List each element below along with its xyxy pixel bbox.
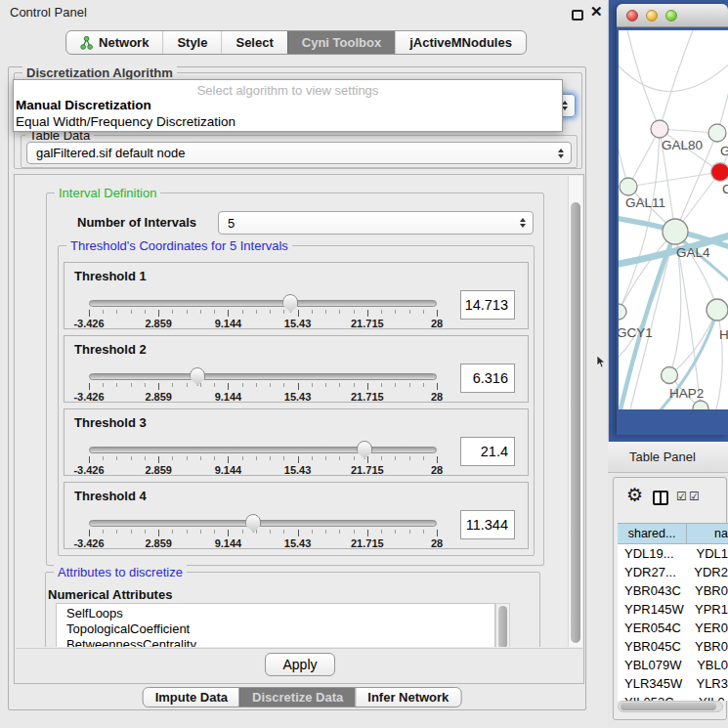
cell-name[interactable]: YBL0 (690, 658, 728, 672)
threshold-3-slider[interactable] (89, 447, 437, 453)
threshold-3-value-field[interactable] (460, 437, 515, 466)
panel-title: Control Panel (10, 5, 87, 20)
cell-name[interactable]: YLR3 (689, 676, 728, 691)
network-node-gal11[interactable] (620, 178, 637, 195)
tick-label: -3.426 (73, 464, 104, 476)
number-of-intervals-combo[interactable]: 5 (218, 211, 534, 235)
scrollbar-thumb[interactable] (571, 202, 580, 643)
cell-name[interactable]: YER0 (688, 621, 728, 635)
network-edge[interactable] (628, 129, 660, 187)
table-row[interactable]: YDL19...YDL1 (618, 544, 728, 563)
numerical-attributes-label: Numerical Attributes (48, 587, 172, 602)
popup-item-manual-discretization[interactable]: Manual Discretization (14, 97, 562, 113)
network-node-ga[interactable] (708, 124, 726, 142)
threshold-4-slider[interactable] (89, 520, 437, 527)
list-item[interactable]: SelfLoops (66, 606, 494, 621)
tab-jactivemnodules[interactable]: jActiveMNodules (395, 31, 526, 54)
network-edge[interactable] (716, 310, 722, 409)
threshold-4-value-field[interactable] (460, 510, 515, 539)
popup-item-equal-width-frequency[interactable]: Equal Width/Frequency Discretization (14, 113, 562, 130)
network-edge[interactable] (626, 30, 660, 129)
cell-shared-name[interactable]: YER054C (618, 621, 688, 635)
table-row[interactable]: YPR145WYPR1 (618, 600, 728, 619)
scrollbar-thumb[interactable] (621, 703, 716, 710)
network-node-gal4[interactable] (663, 219, 688, 244)
network-edge[interactable] (717, 69, 728, 133)
close-traffic-light-icon[interactable] (626, 10, 638, 21)
gear-icon[interactable]: ⚙ (626, 484, 643, 506)
threshold-1-value-field[interactable] (460, 290, 515, 320)
tick-label: 15.43 (284, 464, 312, 476)
network-canvas[interactable]: GAL80GACGAL11GAL4GCY1HHAP2 (619, 30, 728, 409)
tick-label: 21.715 (351, 464, 384, 476)
float-window-icon[interactable] (572, 10, 583, 21)
network-node-gcy1[interactable] (619, 304, 626, 320)
tab-discretize-data[interactable]: Discretize Data (239, 688, 355, 707)
tick-mark (228, 530, 229, 536)
scrollbar-thumb[interactable] (498, 606, 507, 647)
table-data-combo[interactable]: galFiltered.sif default node (26, 142, 572, 164)
tab-style[interactable]: Style (162, 31, 221, 54)
network-edge[interactable] (619, 232, 675, 312)
cell-shared-name[interactable]: YBL079W (618, 658, 690, 672)
tab-cyni-toolbox[interactable]: Cyni Toolbox (287, 31, 395, 54)
checkbox-icon[interactable]: ☑ (676, 490, 687, 503)
threshold-1-slider[interactable] (89, 300, 437, 307)
table-row[interactable]: YBR045CYBR0 (618, 637, 728, 656)
tab-impute-data[interactable]: Impute Data (144, 688, 239, 707)
network-edge[interactable] (619, 118, 628, 187)
apply-button[interactable]: Apply (265, 653, 335, 676)
network-edge[interactable] (628, 172, 720, 187)
attributes-list-scrollbar[interactable] (495, 603, 510, 647)
network-window-titlebar[interactable] (617, 4, 728, 27)
cell-name[interactable]: YPR1 (688, 602, 728, 617)
network-node-gal80[interactable] (651, 120, 668, 138)
minimize-traffic-light-icon[interactable] (646, 10, 658, 21)
cell-name[interactable]: YBR0 (688, 583, 728, 598)
cell-shared-name[interactable]: YLR345W (618, 676, 689, 691)
threshold-2-value-field[interactable] (460, 364, 515, 393)
table-row[interactable]: YER054CYER0 (618, 619, 728, 637)
cell-shared-name[interactable]: YBR043C (618, 583, 688, 598)
cell-name[interactable]: YDL1 (689, 546, 728, 561)
table-panel: ⚙ ☑ ☑ shared... na YDL19...YDL1YDR27...Y… (613, 477, 727, 720)
table-row[interactable]: YDR27...YDR2 (618, 563, 728, 581)
network-node-hap2[interactable] (662, 367, 678, 384)
cell-shared-name[interactable]: YBR045C (618, 639, 688, 654)
table-row[interactable]: YBR043CYBR0 (618, 581, 728, 600)
tab-infer-network[interactable]: Infer Network (355, 688, 460, 707)
checkbox-icon[interactable]: ☑ (689, 490, 700, 503)
zoom-traffic-light-icon[interactable] (665, 10, 677, 21)
network-node-h[interactable] (707, 299, 728, 321)
table-row[interactable]: YIL052CYIL0 (618, 693, 728, 701)
node-label: GAL4 (676, 245, 710, 260)
list-item[interactable]: TopologicalCoefficient (66, 621, 494, 637)
settings-scroll-content: Interval Definition Number of Intervals … (16, 176, 568, 647)
settings-panel: Interval Definition Number of Intervals … (14, 174, 584, 684)
cell-shared-name[interactable]: YDR27... (618, 565, 687, 579)
threshold-2-slider[interactable] (89, 373, 437, 380)
table-row[interactable]: YBL079WYBL0 (618, 656, 728, 674)
tab-select[interactable]: Select (221, 31, 286, 54)
cell-shared-name[interactable]: YDL19... (618, 546, 689, 561)
node-attribute-table[interactable]: shared... na YDL19...YDL1YDR27...YDR2YBR… (618, 523, 728, 701)
table-row[interactable]: YLR345WYLR3 (618, 674, 728, 693)
split-view-icon[interactable] (653, 491, 668, 505)
numerical-attributes-list[interactable]: SelfLoopsTopologicalCoefficientBetweenne… (56, 603, 495, 647)
tick-mark (312, 456, 313, 460)
network-edge[interactable] (660, 30, 695, 129)
cell-name[interactable]: YDR2 (687, 565, 728, 579)
tab-network[interactable]: Network (66, 31, 162, 54)
network-node-c[interactable] (711, 163, 728, 182)
cell-shared-name[interactable]: YPR145W (618, 602, 688, 617)
cell-name[interactable]: YBR0 (688, 639, 728, 654)
close-icon[interactable]: ✕ (590, 3, 603, 21)
network-node-unnamed[interactable] (693, 401, 708, 409)
table-horizontal-scrollbar[interactable] (618, 701, 723, 712)
slider-scale-labels: -3.4262.8599.14415.4321.71528 (89, 318, 437, 329)
tick-mark (89, 530, 90, 536)
list-item[interactable]: BetweennessCentrality (66, 637, 494, 647)
column-header-shared-name[interactable]: shared... (618, 524, 687, 543)
column-header-name[interactable]: na (687, 524, 728, 543)
settings-vertical-scrollbar[interactable] (568, 176, 582, 647)
